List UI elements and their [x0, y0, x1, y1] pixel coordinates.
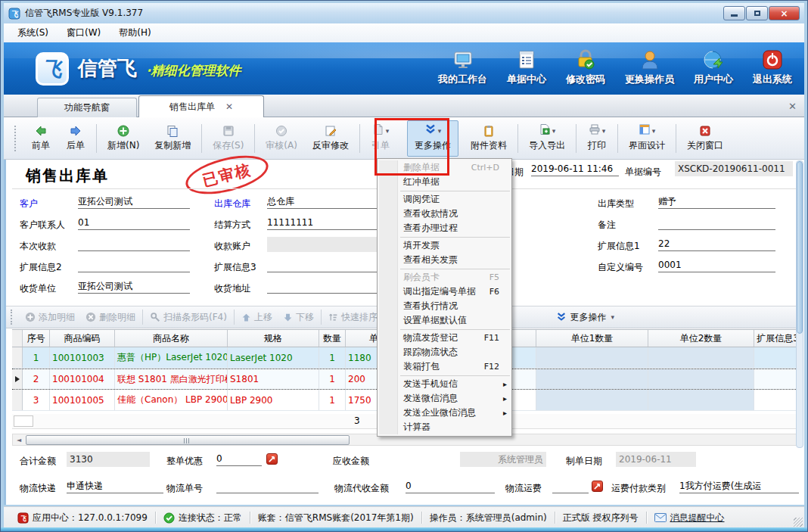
menu-item[interactable]: 发送微信消息 — [378, 391, 511, 406]
custno-field[interactable]: 0001 — [658, 259, 775, 272]
col-seq[interactable]: 序号 — [23, 330, 50, 347]
cell-code: 100101005 — [50, 390, 115, 410]
menu-item[interactable]: 刷会员卡 F5 — [378, 270, 511, 285]
row-marker-cell — [12, 390, 23, 410]
col-name[interactable]: 商品名称 — [115, 330, 228, 347]
print-button[interactable]: ▾打印 — [580, 120, 614, 157]
tabstrip-close-icon[interactable]: ✕ — [788, 101, 797, 112]
change-password-button[interactable]: 修改密码 — [566, 48, 605, 86]
menu-item[interactable]: 跟踪物流状态 — [378, 345, 511, 359]
address-field[interactable] — [267, 280, 379, 294]
ext1-field[interactable]: 22 — [658, 238, 775, 251]
scroll-left-icon[interactable]: ◄ — [13, 434, 25, 445]
ext3-field[interactable] — [267, 259, 379, 272]
trackno-field[interactable] — [216, 480, 319, 493]
menu-item[interactable]: 计算器 — [378, 420, 511, 434]
col-spec[interactable]: 规格 — [228, 330, 319, 347]
menu-item[interactable]: 设置单据默认值 — [378, 313, 511, 328]
window-frame-bottom — [1, 527, 807, 531]
payment-field[interactable] — [78, 238, 190, 251]
col-unit2[interactable]: 单位2数量 — [648, 330, 754, 347]
remark-field[interactable] — [658, 216, 775, 230]
contact-field[interactable]: 01 — [78, 216, 190, 230]
menu-item[interactable]: 查看执行情况 — [378, 299, 511, 313]
settle-field[interactable]: 11111111 — [267, 216, 379, 230]
cell-qty: 1 — [319, 347, 346, 368]
exit-system-button[interactable]: 退出系统 — [753, 48, 792, 86]
menu-item[interactable]: 查看办理过程 — [378, 221, 511, 235]
vscroll-thumb[interactable] — [797, 161, 803, 334]
menu-item[interactable]: 装箱打包 F12 — [378, 359, 511, 374]
minimize-button[interactable] — [723, 6, 745, 20]
menu-item[interactable]: 物流发货登记 F11 — [378, 331, 511, 345]
grid-more-actions-button[interactable]: 更多操作▾ — [551, 308, 620, 326]
menu-item[interactable]: 查看相关发票 — [378, 253, 511, 267]
menu-window[interactable]: 窗口(W) — [59, 24, 108, 42]
remark-label: 备注 — [598, 219, 616, 232]
user-center-button[interactable]: 用户中心 — [694, 48, 733, 86]
tab-close-icon[interactable]: ✕ — [225, 101, 233, 112]
freighttype-field[interactable]: 1我方付运费(生成运 — [679, 480, 799, 493]
form-vscrollbar[interactable] — [796, 160, 803, 448]
ui-design-button[interactable]: ▾界面设计 — [621, 120, 673, 157]
tab-nav-window[interactable]: 功能导航窗 — [37, 98, 137, 117]
menu-item[interactable]: 调出指定编号单据 F6 — [378, 285, 511, 299]
ext1-label: 扩展信息1 — [598, 240, 640, 253]
cod-field[interactable]: 0 — [406, 480, 495, 493]
switch-operator-button[interactable]: 更换操作员 — [625, 48, 674, 86]
next-doc-button[interactable]: 后单 — [58, 120, 93, 157]
prev-doc-button[interactable]: 前单 — [23, 120, 58, 157]
consignee-field[interactable]: 亚拓公司测试 — [78, 280, 190, 294]
hscroll-thumb[interactable] — [26, 435, 350, 445]
outtype-field[interactable]: 赠予 — [658, 195, 775, 209]
switch-operator-icon — [639, 48, 661, 71]
menu-item[interactable]: 删除单据 Ctrl+D — [378, 160, 511, 175]
document-center-button[interactable]: 单据中心 — [507, 48, 546, 86]
dropdown-caret-icon: ▾ — [386, 127, 390, 135]
close-window-button[interactable]: 关闭窗口 — [679, 120, 731, 157]
restore-button[interactable] — [746, 6, 768, 20]
import-export-button[interactable]: ▾导入导出 — [521, 120, 573, 157]
my-workbench-button[interactable]: 我的工作台 — [438, 48, 487, 86]
user-center-label: 用户中心 — [694, 73, 733, 86]
account-label: 收款账户 — [214, 240, 250, 253]
menu-item[interactable]: 调阅凭证 — [378, 192, 511, 207]
col-code[interactable]: 商品编码 — [50, 330, 115, 347]
unaudit-button[interactable]: 反审修改 — [305, 120, 356, 157]
attachment-button[interactable]: 附件资料 — [463, 120, 514, 157]
doc-date-field[interactable]: 2019-06-11 11:46 — [531, 163, 619, 176]
cell-seq: 1 — [23, 347, 50, 368]
title-bar[interactable]: 飞 信管飞RMS专业版 V9.1.377 × — [4, 3, 804, 23]
express-field[interactable]: 申通快递 — [67, 480, 163, 493]
doc-no-label: 单据编号 — [625, 166, 661, 179]
more-actions-button[interactable]: ▾更多操作 — [407, 120, 458, 157]
total-field: 3130 — [67, 452, 150, 467]
freight-edit-icon[interactable] — [592, 481, 603, 492]
ext2-field[interactable] — [78, 259, 190, 272]
discount-edit-icon[interactable] — [266, 453, 278, 465]
freight-field[interactable] — [552, 480, 589, 493]
payment-label: 本次收款 — [20, 240, 56, 253]
menu-system[interactable]: 系统(S) — [10, 24, 56, 42]
resize-grip[interactable] — [794, 518, 803, 527]
tab-sales-outbound[interactable]: 销售出库单✕ — [138, 95, 264, 117]
col-ext3[interactable]: 扩展信息3 — [754, 330, 801, 347]
close-button[interactable]: × — [769, 6, 800, 20]
add-doc-button[interactable]: 新增(N) — [100, 120, 147, 157]
menu-item[interactable]: 发送手机短信 — [378, 377, 511, 391]
menu-item[interactable]: 红冲单据 — [378, 175, 511, 189]
col-unit1[interactable]: 单位1数量 — [536, 330, 648, 347]
ref-doc-button: ▾引单 — [363, 120, 398, 157]
warehouse-field[interactable]: 总仓库 — [267, 195, 379, 209]
copy-add-button[interactable]: 复制新增 — [147, 120, 198, 157]
status-bar: 飞 应用中心：127.0.0.1:7099 连接状态：正常 账套：信管飞RMS账… — [4, 506, 804, 528]
customer-field[interactable]: 亚拓公司测试 — [78, 195, 190, 209]
col-qty[interactable]: 数量 — [319, 330, 346, 347]
discount-field[interactable]: 0 — [216, 453, 262, 466]
menu-item[interactable]: 查看收款情况 — [378, 207, 511, 221]
menu-help[interactable]: 帮助(H) — [111, 24, 158, 42]
workstation-icon — [452, 48, 474, 71]
menu-item[interactable]: 发送企业微信消息 — [378, 406, 511, 420]
message-center-link[interactable]: 消息提醒中心 — [647, 512, 732, 524]
menu-item[interactable]: 填开发票 — [378, 238, 511, 253]
